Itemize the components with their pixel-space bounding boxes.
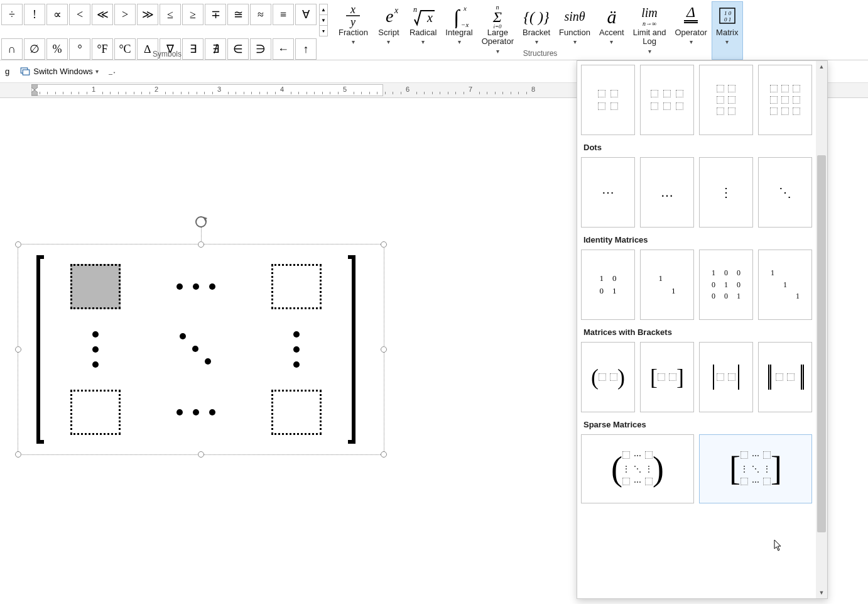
matrix-cell-1-3[interactable] — [246, 255, 347, 318]
gallery-item-identity-3x3-diag[interactable]: 111 — [758, 250, 812, 320]
gallery-item-empty-2x3[interactable] — [640, 65, 694, 135]
cdots-icon — [176, 283, 215, 290]
matrix-grid — [45, 255, 347, 444]
operator-icon: Δ — [681, 3, 700, 28]
chevron-down-icon: ▾ — [535, 38, 538, 45]
resize-handle-sw[interactable] — [15, 451, 21, 458]
rotate-handle[interactable] — [193, 214, 209, 229]
matrix-cell-3-3[interactable] — [246, 381, 347, 444]
ruler-tick-minor — [141, 92, 142, 94]
gallery-scrollbar[interactable]: ▲ ▼ — [816, 61, 827, 598]
ruler-label: 3 — [217, 85, 221, 93]
symbol-÷[interactable]: ÷ — [1, 4, 23, 25]
ruler-tick-minor — [298, 92, 299, 94]
symbols-scroll-down[interactable]: ▼ — [319, 14, 328, 26]
ruler-tick-minor — [377, 92, 377, 94]
ruler-tick-minor — [236, 92, 236, 94]
matrix-cell-2-2[interactable] — [146, 318, 246, 381]
ruler-tick-minor — [126, 92, 126, 94]
matrix-cell-2-1[interactable] — [45, 318, 146, 381]
symbol-<[interactable]: < — [69, 4, 90, 25]
gallery-item-double-bar-matrix[interactable] — [758, 342, 812, 412]
gallery-item-empty-3x2[interactable] — [699, 65, 753, 135]
scroll-thumb[interactable] — [817, 155, 826, 532]
resize-handle-n[interactable] — [198, 241, 204, 248]
matrix-gallery-dropdown[interactable]: Dots ⋯ … ⋮ ⋱ Identity Matrices 1001 11 1… — [577, 60, 828, 599]
symbol-≤[interactable]: ≤ — [160, 4, 181, 25]
gallery-item-ldots[interactable]: … — [640, 157, 694, 228]
gallery-item-ddots[interactable]: ⋱ — [758, 157, 812, 228]
ruler-tick-minor — [110, 92, 111, 94]
gallery-item-bar-matrix[interactable] — [699, 342, 753, 412]
indent-marker[interactable] — [31, 84, 38, 96]
customize-toolbar-button[interactable]: ⎯▾ — [106, 68, 119, 75]
truncated-command[interactable]: g — [3, 67, 12, 76]
symbol-≅[interactable]: ≅ — [227, 4, 249, 25]
symbol-≡[interactable]: ≡ — [273, 4, 294, 25]
gallery-item-vdots[interactable]: ⋮ — [699, 157, 753, 228]
symbol-∝[interactable]: ∝ — [46, 4, 68, 25]
gallery-item-empty-2x2[interactable] — [581, 65, 635, 135]
resize-handle-e[interactable] — [381, 346, 387, 353]
gallery-item-sparse-bracket[interactable]: [ ⋯ ⋮⋱⋮ ⋯ ] — [699, 434, 812, 503]
ruler-tick-minor — [165, 92, 166, 94]
ruler-label: 7 — [469, 85, 472, 93]
svg-text:ä: ä — [607, 6, 616, 27]
switch-windows-button[interactable]: Switch Windows ▾ — [16, 65, 102, 79]
gallery-item-empty-3x3[interactable] — [758, 65, 812, 135]
svg-marker-26 — [31, 84, 38, 90]
symbol-≥[interactable]: ≥ — [182, 4, 203, 25]
equation-placeholder[interactable] — [271, 264, 322, 309]
equation-placeholder-selected[interactable] — [70, 264, 121, 309]
ruler-tick-minor — [63, 92, 63, 94]
gallery-item-paren-matrix[interactable]: () — [581, 342, 635, 412]
symbols-more[interactable]: ▾ — [319, 25, 328, 36]
resize-handle-s[interactable] — [198, 451, 204, 458]
symbol-≈[interactable]: ≈ — [250, 4, 271, 25]
ruler-tick-minor — [479, 92, 480, 94]
equation-placeholder[interactable] — [271, 390, 322, 435]
chevron-down-icon: ▾ — [610, 38, 613, 45]
symbol-≫[interactable]: ≫ — [137, 4, 158, 25]
gallery-item-bracket-matrix[interactable]: [] — [640, 342, 694, 412]
gallery-item-cdots[interactable]: ⋯ — [581, 157, 635, 228]
ruler-tick-minor — [464, 92, 464, 94]
matrix-equation[interactable] — [36, 255, 355, 444]
ruler-tick-minor — [424, 92, 425, 94]
matrix-cell-1-2[interactable] — [146, 255, 246, 318]
gallery-item-sparse-paren[interactable]: ( ⋯ ⋮⋱⋮ ⋯ ) — [581, 434, 694, 503]
resize-handle-ne[interactable] — [381, 241, 387, 248]
symbols-scroll[interactable]: ▲▼▾ — [319, 4, 328, 36]
ruler-tick-minor — [134, 92, 134, 94]
symbol->[interactable]: > — [114, 4, 136, 25]
ruler-tick-major: 7 — [471, 85, 472, 94]
resize-handle-nw[interactable] — [15, 241, 21, 248]
ruler-tick-minor — [385, 92, 386, 94]
symbol-∓[interactable]: ∓ — [205, 4, 226, 25]
ruler-tick-minor — [432, 92, 433, 94]
matrix-cell-3-1[interactable] — [45, 381, 146, 444]
ruler-tick-major: 3 — [220, 85, 220, 94]
svg-text:x: x — [350, 3, 355, 16]
scroll-up-button[interactable]: ▲ — [816, 61, 827, 72]
resize-handle-se[interactable] — [381, 451, 387, 458]
symbol-≪[interactable]: ≪ — [92, 4, 113, 25]
gallery-item-identity-2x2[interactable]: 1001 — [581, 250, 635, 320]
matrix-cell-2-3[interactable] — [246, 318, 347, 381]
ruler-label: 4 — [280, 85, 284, 93]
chevron-down-icon: ▾ — [352, 38, 355, 45]
scroll-down-button[interactable]: ▼ — [816, 587, 827, 598]
symbol-![interactable]: ! — [24, 4, 45, 25]
gallery-item-identity-2x2-diag[interactable]: 11 — [640, 250, 694, 320]
resize-handle-w[interactable] — [15, 346, 21, 353]
equation-placeholder[interactable] — [70, 390, 121, 435]
windows-icon — [19, 66, 31, 77]
matrix-cell-1-1[interactable] — [45, 255, 146, 318]
symbols-scroll-up[interactable]: ▲ — [319, 4, 328, 15]
matrix-cell-3-2[interactable] — [146, 381, 246, 444]
gallery-item-identity-3x3[interactable]: 100010001 — [699, 250, 753, 320]
symbol-∀[interactable]: ∀ — [295, 4, 317, 25]
ruler-tick-minor — [149, 92, 150, 94]
svg-text:1 0: 1 0 — [724, 10, 732, 16]
gallery-section-sparse: Sparse Matrices — [581, 415, 812, 432]
